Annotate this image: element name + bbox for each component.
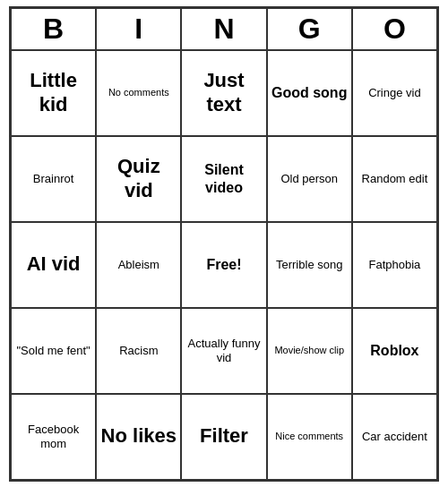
- header-letter-i: I: [96, 8, 181, 50]
- grid-cell-2-4: Fatphobia: [352, 222, 437, 308]
- grid-cell-3-1: Racism: [96, 308, 181, 394]
- cell-text-1-2: Silent video: [185, 161, 262, 195]
- cell-text-1-3: Old person: [280, 172, 338, 186]
- cell-text-4-2: Filter: [200, 424, 248, 448]
- grid-cell-4-0: Facebook mom: [11, 394, 96, 480]
- cell-text-0-1: No comments: [108, 87, 169, 98]
- cell-text-4-3: Nice comments: [275, 431, 343, 442]
- grid-cell-0-1: No comments: [96, 50, 181, 136]
- cell-text-0-2: Just text: [185, 69, 262, 116]
- cell-text-1-1: Quiz vid: [100, 155, 177, 202]
- header-row: BINGO: [11, 8, 437, 50]
- cell-text-0-0: Little kid: [15, 69, 91, 116]
- cell-text-4-0: Facebook mom: [15, 423, 91, 450]
- cell-text-3-1: Racism: [119, 344, 158, 358]
- cell-text-2-2: Free!: [206, 256, 241, 273]
- grid-cell-3-4: Roblox: [352, 308, 437, 394]
- cell-text-4-4: Car accident: [362, 430, 427, 444]
- grid: Little kidNo commentsJust textGood songC…: [11, 50, 437, 480]
- grid-cell-4-4: Car accident: [352, 394, 437, 480]
- cell-text-2-1: Ableism: [118, 258, 159, 272]
- cell-text-4-1: No likes: [101, 424, 177, 448]
- cell-text-0-4: Cringe vid: [368, 86, 421, 100]
- cell-text-2-4: Fatphobia: [369, 258, 421, 272]
- cell-text-1-4: Random edit: [362, 172, 428, 186]
- grid-row-3: "Sold me fent"RacismActually funny vidMo…: [11, 308, 437, 394]
- grid-row-2: AI vidAbleismFree!Terrible songFatphobia: [11, 222, 437, 308]
- grid-cell-1-2: Silent video: [181, 136, 266, 222]
- cell-text-2-0: AI vid: [27, 252, 81, 276]
- grid-cell-2-1: Ableism: [96, 222, 181, 308]
- cell-text-3-3: Movie/show clip: [274, 345, 344, 356]
- grid-cell-2-0: AI vid: [11, 222, 96, 308]
- cell-text-3-2: Actually funny vid: [185, 337, 262, 364]
- grid-row-4: Facebook momNo likesFilterNice commentsC…: [11, 394, 437, 480]
- cell-text-2-3: Terrible song: [276, 258, 342, 272]
- grid-cell-4-1: No likes: [96, 394, 181, 480]
- cell-text-0-3: Good song: [271, 84, 347, 101]
- header-letter-o: O: [352, 8, 437, 50]
- grid-row-1: BrainrotQuiz vidSilent videoOld personRa…: [11, 136, 437, 222]
- grid-cell-0-2: Just text: [181, 50, 266, 136]
- grid-cell-1-0: Brainrot: [11, 136, 96, 222]
- cell-text-3-4: Roblox: [370, 342, 418, 359]
- header-letter-b: B: [11, 8, 96, 50]
- grid-cell-1-3: Old person: [267, 136, 352, 222]
- grid-cell-2-2: Free!: [181, 222, 266, 308]
- grid-cell-0-0: Little kid: [11, 50, 96, 136]
- header-letter-g: G: [267, 8, 352, 50]
- grid-cell-3-0: "Sold me fent": [11, 308, 96, 394]
- grid-row-0: Little kidNo commentsJust textGood songC…: [11, 50, 437, 136]
- grid-cell-2-3: Terrible song: [267, 222, 352, 308]
- grid-cell-1-4: Random edit: [352, 136, 437, 222]
- grid-cell-0-3: Good song: [267, 50, 352, 136]
- header-letter-n: N: [181, 8, 266, 50]
- grid-cell-0-4: Cringe vid: [352, 50, 437, 136]
- grid-cell-1-1: Quiz vid: [96, 136, 181, 222]
- cell-text-1-0: Brainrot: [33, 172, 74, 186]
- grid-cell-3-2: Actually funny vid: [181, 308, 266, 394]
- bingo-card: BINGO Little kidNo commentsJust textGood…: [9, 6, 439, 482]
- grid-cell-4-3: Nice comments: [267, 394, 352, 480]
- grid-cell-4-2: Filter: [181, 394, 266, 480]
- grid-cell-3-3: Movie/show clip: [267, 308, 352, 394]
- cell-text-3-0: "Sold me fent": [16, 344, 90, 358]
